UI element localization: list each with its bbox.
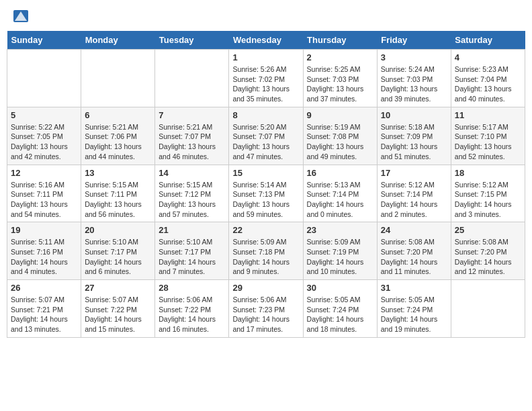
day-number: 30 bbox=[307, 283, 373, 293]
day-number: 1 bbox=[232, 52, 299, 62]
day-number: 26 bbox=[11, 283, 77, 293]
calendar-cell: 5Sunrise: 5:22 AM Sunset: 7:05 PM Daylig… bbox=[7, 107, 81, 165]
day-number: 16 bbox=[307, 168, 373, 178]
day-info: Sunrise: 5:15 AM Sunset: 7:11 PM Dayligh… bbox=[85, 180, 151, 220]
calendar-cell: 9Sunrise: 5:19 AM Sunset: 7:08 PM Daylig… bbox=[303, 107, 377, 165]
day-info: Sunrise: 5:09 AM Sunset: 7:19 PM Dayligh… bbox=[307, 237, 373, 277]
day-number: 14 bbox=[159, 168, 225, 178]
calendar-cell: 14Sunrise: 5:15 AM Sunset: 7:12 PM Dayli… bbox=[155, 165, 229, 222]
day-info: Sunrise: 5:22 AM Sunset: 7:05 PM Dayligh… bbox=[11, 122, 77, 162]
col-header-saturday: Saturday bbox=[451, 31, 525, 50]
calendar-cell bbox=[155, 50, 229, 107]
calendar-cell: 8Sunrise: 5:20 AM Sunset: 7:07 PM Daylig… bbox=[229, 107, 303, 165]
day-info: Sunrise: 5:11 AM Sunset: 7:16 PM Dayligh… bbox=[11, 237, 77, 277]
calendar-cell: 6Sunrise: 5:21 AM Sunset: 7:06 PM Daylig… bbox=[81, 107, 155, 165]
day-number: 28 bbox=[159, 283, 225, 293]
week-row-2: 5Sunrise: 5:22 AM Sunset: 7:05 PM Daylig… bbox=[7, 107, 525, 165]
week-row-4: 19Sunrise: 5:11 AM Sunset: 7:16 PM Dayli… bbox=[7, 222, 525, 280]
logo bbox=[13, 10, 30, 22]
calendar-cell: 3Sunrise: 5:24 AM Sunset: 7:03 PM Daylig… bbox=[377, 50, 451, 107]
day-number: 4 bbox=[455, 52, 521, 62]
day-number: 22 bbox=[232, 225, 299, 235]
day-info: Sunrise: 5:19 AM Sunset: 7:08 PM Dayligh… bbox=[307, 122, 373, 162]
week-row-3: 12Sunrise: 5:16 AM Sunset: 7:11 PM Dayli… bbox=[7, 165, 525, 222]
day-info: Sunrise: 5:21 AM Sunset: 7:06 PM Dayligh… bbox=[85, 122, 151, 162]
calendar-cell: 20Sunrise: 5:10 AM Sunset: 7:17 PM Dayli… bbox=[81, 222, 155, 280]
col-header-wednesday: Wednesday bbox=[229, 31, 303, 50]
calendar-cell bbox=[451, 280, 525, 338]
calendar-cell: 15Sunrise: 5:14 AM Sunset: 7:13 PM Dayli… bbox=[229, 165, 303, 222]
day-info: Sunrise: 5:06 AM Sunset: 7:23 PM Dayligh… bbox=[232, 295, 299, 334]
day-info: Sunrise: 5:10 AM Sunset: 7:17 PM Dayligh… bbox=[85, 237, 151, 277]
day-number: 23 bbox=[307, 225, 373, 235]
day-number: 24 bbox=[381, 225, 447, 235]
day-info: Sunrise: 5:09 AM Sunset: 7:18 PM Dayligh… bbox=[232, 237, 299, 277]
day-info: Sunrise: 5:08 AM Sunset: 7:20 PM Dayligh… bbox=[381, 237, 447, 277]
col-header-friday: Friday bbox=[377, 31, 451, 50]
logo-icon bbox=[13, 10, 28, 22]
calendar-cell: 22Sunrise: 5:09 AM Sunset: 7:18 PM Dayli… bbox=[229, 222, 303, 280]
calendar-cell: 30Sunrise: 5:05 AM Sunset: 7:24 PM Dayli… bbox=[303, 280, 377, 338]
day-info: Sunrise: 5:05 AM Sunset: 7:24 PM Dayligh… bbox=[307, 295, 373, 334]
day-number: 27 bbox=[85, 283, 151, 293]
day-number: 25 bbox=[455, 225, 521, 235]
day-info: Sunrise: 5:08 AM Sunset: 7:20 PM Dayligh… bbox=[455, 237, 521, 277]
day-number: 19 bbox=[11, 225, 77, 235]
col-header-sunday: Sunday bbox=[7, 31, 81, 50]
day-info: Sunrise: 5:23 AM Sunset: 7:04 PM Dayligh… bbox=[455, 64, 521, 104]
calendar-cell bbox=[7, 50, 81, 107]
calendar-cell: 17Sunrise: 5:12 AM Sunset: 7:14 PM Dayli… bbox=[377, 165, 451, 222]
calendar-cell: 27Sunrise: 5:07 AM Sunset: 7:22 PM Dayli… bbox=[81, 280, 155, 338]
day-info: Sunrise: 5:07 AM Sunset: 7:22 PM Dayligh… bbox=[85, 295, 151, 334]
day-info: Sunrise: 5:14 AM Sunset: 7:13 PM Dayligh… bbox=[232, 180, 299, 220]
calendar-cell: 1Sunrise: 5:26 AM Sunset: 7:02 PM Daylig… bbox=[229, 50, 303, 107]
calendar-cell: 2Sunrise: 5:25 AM Sunset: 7:03 PM Daylig… bbox=[303, 50, 377, 107]
calendar-cell: 7Sunrise: 5:21 AM Sunset: 7:07 PM Daylig… bbox=[155, 107, 229, 165]
calendar-cell: 28Sunrise: 5:06 AM Sunset: 7:22 PM Dayli… bbox=[155, 280, 229, 338]
day-info: Sunrise: 5:13 AM Sunset: 7:14 PM Dayligh… bbox=[307, 180, 373, 220]
calendar-cell: 25Sunrise: 5:08 AM Sunset: 7:20 PM Dayli… bbox=[451, 222, 525, 280]
day-info: Sunrise: 5:10 AM Sunset: 7:17 PM Dayligh… bbox=[159, 237, 225, 277]
col-header-tuesday: Tuesday bbox=[155, 31, 229, 50]
day-info: Sunrise: 5:24 AM Sunset: 7:03 PM Dayligh… bbox=[381, 64, 447, 104]
day-number: 5 bbox=[11, 110, 77, 120]
col-header-monday: Monday bbox=[81, 31, 155, 50]
day-number: 20 bbox=[85, 225, 151, 235]
day-number: 11 bbox=[455, 110, 521, 120]
day-info: Sunrise: 5:25 AM Sunset: 7:03 PM Dayligh… bbox=[307, 64, 373, 104]
day-number: 17 bbox=[381, 168, 447, 178]
day-info: Sunrise: 5:26 AM Sunset: 7:02 PM Dayligh… bbox=[232, 64, 299, 104]
day-info: Sunrise: 5:16 AM Sunset: 7:11 PM Dayligh… bbox=[11, 180, 77, 220]
week-row-1: 1Sunrise: 5:26 AM Sunset: 7:02 PM Daylig… bbox=[7, 50, 525, 107]
day-number: 29 bbox=[232, 283, 299, 293]
day-info: Sunrise: 5:06 AM Sunset: 7:22 PM Dayligh… bbox=[159, 295, 225, 334]
day-number: 2 bbox=[307, 52, 373, 62]
calendar-cell: 23Sunrise: 5:09 AM Sunset: 7:19 PM Dayli… bbox=[303, 222, 377, 280]
calendar-table: SundayMondayTuesdayWednesdayThursdayFrid… bbox=[7, 31, 525, 338]
calendar-cell: 4Sunrise: 5:23 AM Sunset: 7:04 PM Daylig… bbox=[451, 50, 525, 107]
day-info: Sunrise: 5:12 AM Sunset: 7:15 PM Dayligh… bbox=[455, 180, 521, 220]
day-number: 10 bbox=[381, 110, 447, 120]
calendar-cell: 19Sunrise: 5:11 AM Sunset: 7:16 PM Dayli… bbox=[7, 222, 81, 280]
day-info: Sunrise: 5:18 AM Sunset: 7:09 PM Dayligh… bbox=[381, 122, 447, 162]
day-number: 13 bbox=[85, 168, 151, 178]
calendar-cell bbox=[81, 50, 155, 107]
day-number: 18 bbox=[455, 168, 521, 178]
day-number: 9 bbox=[307, 110, 373, 120]
day-number: 7 bbox=[159, 110, 225, 120]
day-info: Sunrise: 5:20 AM Sunset: 7:07 PM Dayligh… bbox=[232, 122, 299, 162]
day-info: Sunrise: 5:05 AM Sunset: 7:24 PM Dayligh… bbox=[381, 295, 447, 334]
calendar-cell: 26Sunrise: 5:07 AM Sunset: 7:21 PM Dayli… bbox=[7, 280, 81, 338]
day-info: Sunrise: 5:12 AM Sunset: 7:14 PM Dayligh… bbox=[381, 180, 447, 220]
calendar-cell: 24Sunrise: 5:08 AM Sunset: 7:20 PM Dayli… bbox=[377, 222, 451, 280]
calendar-cell: 12Sunrise: 5:16 AM Sunset: 7:11 PM Dayli… bbox=[7, 165, 81, 222]
calendar-cell: 16Sunrise: 5:13 AM Sunset: 7:14 PM Dayli… bbox=[303, 165, 377, 222]
calendar-cell: 13Sunrise: 5:15 AM Sunset: 7:11 PM Dayli… bbox=[81, 165, 155, 222]
day-number: 21 bbox=[159, 225, 225, 235]
calendar-cell: 10Sunrise: 5:18 AM Sunset: 7:09 PM Dayli… bbox=[377, 107, 451, 165]
day-number: 12 bbox=[11, 168, 77, 178]
day-info: Sunrise: 5:21 AM Sunset: 7:07 PM Dayligh… bbox=[159, 122, 225, 162]
day-number: 6 bbox=[85, 110, 151, 120]
day-info: Sunrise: 5:15 AM Sunset: 7:12 PM Dayligh… bbox=[159, 180, 225, 220]
calendar-cell: 11Sunrise: 5:17 AM Sunset: 7:10 PM Dayli… bbox=[451, 107, 525, 165]
